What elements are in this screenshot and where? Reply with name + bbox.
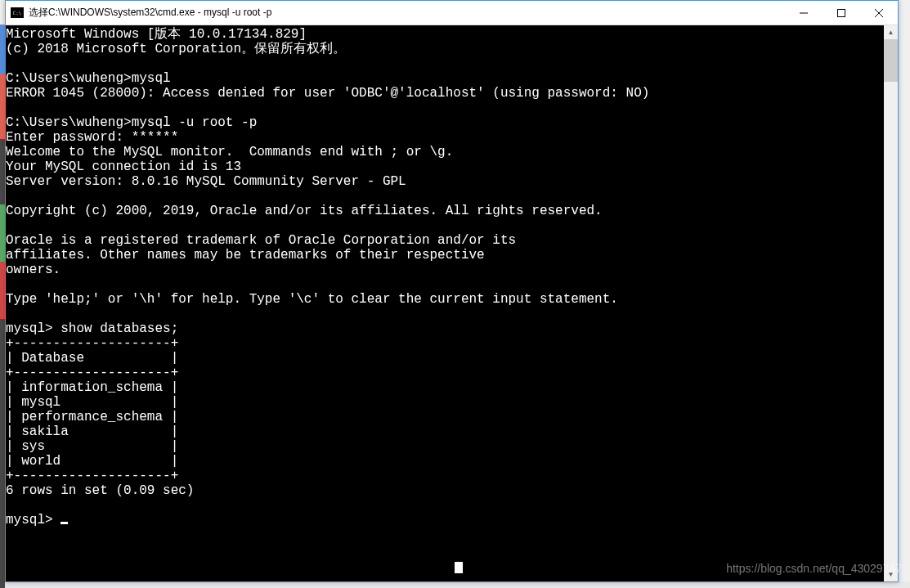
close-button[interactable]: [860, 1, 898, 25]
watermark-text: https://blog.csdn.net/qq_43029747: [726, 562, 902, 575]
minimize-icon: [800, 9, 808, 17]
selection-cursor-artifact: [455, 562, 463, 573]
scroll-track[interactable]: [884, 39, 898, 568]
window-title: 选择C:\WINDOWS\system32\cmd.exe - mysql -u…: [29, 6, 785, 20]
titlebar[interactable]: 选择C:\WINDOWS\system32\cmd.exe - mysql -u…: [6, 1, 898, 25]
cmd-window: 选择C:\WINDOWS\system32\cmd.exe - mysql -u…: [5, 0, 899, 582]
text-cursor: [61, 522, 68, 524]
background-strip-bottom: [0, 581, 910, 588]
window-controls: [785, 1, 898, 25]
scroll-thumb[interactable]: [884, 39, 898, 82]
vertical-scrollbar[interactable]: ▲ ▼: [884, 25, 898, 581]
maximize-button[interactable]: [823, 1, 860, 25]
console-output[interactable]: Microsoft Windows [版本 10.0.17134.829] (c…: [6, 25, 898, 581]
minimize-button[interactable]: [785, 1, 823, 25]
maximize-icon: [837, 9, 845, 17]
svg-rect-1: [838, 9, 845, 16]
cmd-icon: [11, 7, 24, 18]
background-occlusion-left: [0, 25, 5, 588]
close-icon: [875, 9, 883, 17]
scroll-up-button[interactable]: ▲: [884, 25, 898, 39]
